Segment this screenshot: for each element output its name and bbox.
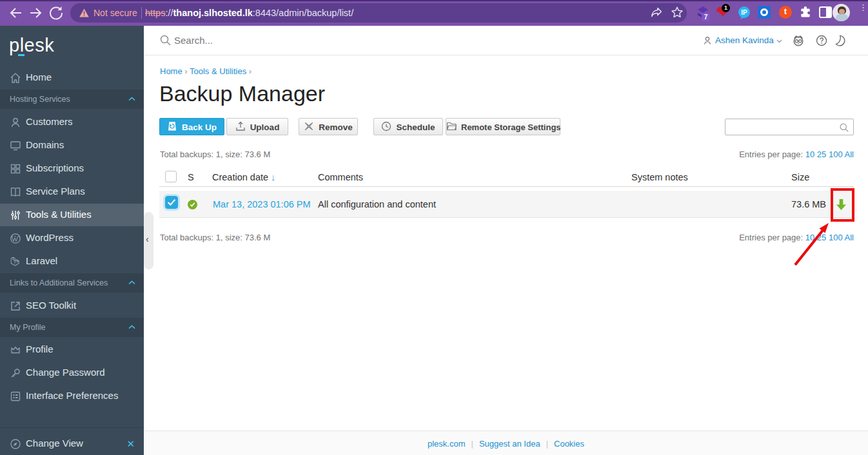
svg-text:IP: IP [741,9,747,16]
